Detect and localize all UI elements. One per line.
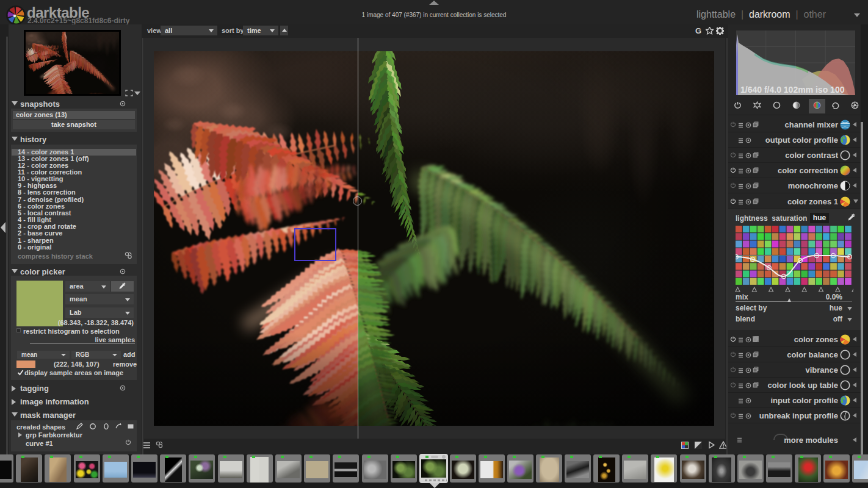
svg-text:1/640 f/4.0 102mm iso 100: 1/640 f/4.0 102mm iso 100: [740, 85, 845, 95]
